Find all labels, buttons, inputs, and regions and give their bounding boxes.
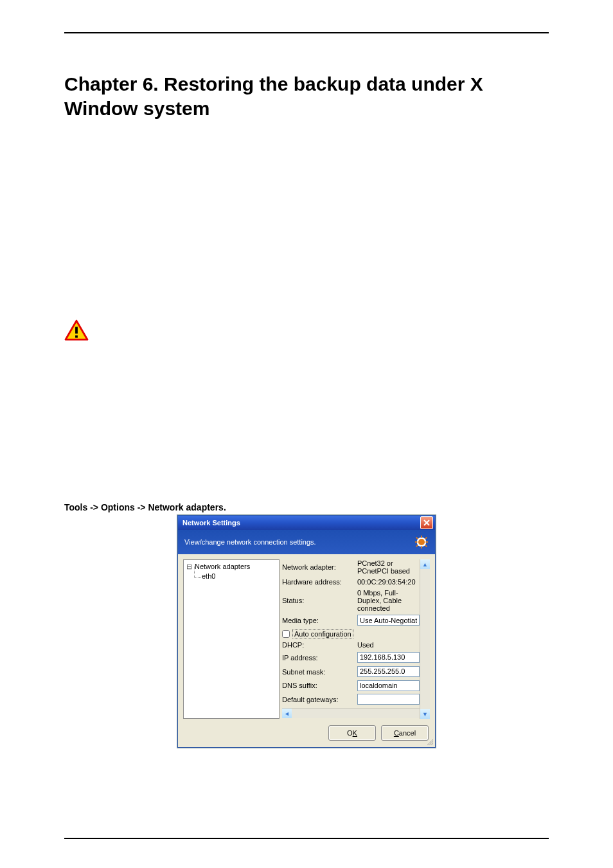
ok-label-pre: O: [347, 729, 353, 737]
hw-label: Hardware address:: [282, 578, 356, 586]
chapter-heading: Chapter 6. Restoring the backup data und…: [64, 72, 549, 120]
mask-field[interactable]: [357, 666, 420, 677]
auto-config-checkbox[interactable]: [282, 630, 290, 638]
svg-rect-6: [415, 541, 418, 543]
svg-rect-0: [75, 327, 78, 333]
warning-icon: [64, 320, 89, 341]
scroll-up-icon[interactable]: ▲: [420, 559, 430, 569]
dhcp-value: Used: [357, 641, 420, 649]
svg-rect-10: [425, 537, 427, 539]
dialog-subtitle-band: View/change network connection settings.: [178, 530, 435, 554]
media-label: Media type:: [282, 617, 356, 624]
svg-rect-9: [425, 545, 427, 547]
adapter-tree[interactable]: Network adapters eth0: [183, 559, 280, 719]
svg-rect-1: [75, 336, 78, 338]
cancel-label-post: ancel: [399, 729, 416, 737]
vertical-scrollbar[interactable]: ▲ ▼: [420, 559, 430, 719]
dialog-subtitle: View/change network connection settings.: [184, 538, 316, 546]
auto-config-label: Auto configuration: [292, 629, 353, 638]
status-value: 0 Mbps, Full-Duplex, Cable connected: [357, 589, 420, 612]
adapter-value: PCnet32 or PCnetPCI based: [357, 559, 420, 575]
close-icon[interactable]: [420, 516, 433, 529]
ok-button[interactable]: OK: [328, 725, 376, 741]
gw-label: Default gateways:: [282, 696, 356, 703]
gear-icon: [414, 535, 429, 549]
ok-label-u: K: [353, 729, 357, 737]
svg-rect-8: [416, 537, 418, 539]
horizontal-scrollbar[interactable]: ◄ ►: [282, 708, 430, 718]
svg-rect-4: [421, 536, 422, 538]
svg-point-3: [418, 539, 425, 545]
svg-rect-7: [425, 541, 428, 543]
media-type-field[interactable]: [357, 615, 420, 626]
dns-label: DNS suffix:: [282, 682, 356, 689]
menu-path-text: Tools -> Options -> Network adapters.: [64, 502, 549, 512]
properties-pane: Network adapter: PCnet32 or PCnetPCI bas…: [282, 559, 430, 719]
tree-child-eth0[interactable]: eth0: [202, 572, 279, 580]
network-settings-dialog: Network Settings View/change network con…: [177, 515, 436, 748]
dhcp-label: DHCP:: [282, 641, 356, 649]
dialog-title: Network Settings: [182, 519, 240, 527]
top-rule: [64, 32, 549, 33]
bottom-rule: [64, 838, 549, 839]
resize-grip-icon[interactable]: [427, 739, 433, 745]
status-label: Status:: [282, 597, 356, 604]
dns-field[interactable]: [357, 680, 420, 691]
ip-label: IP address:: [282, 654, 356, 662]
svg-rect-5: [421, 546, 422, 548]
hw-value: 00:0C:29:03:54:20: [357, 578, 420, 586]
ip-field[interactable]: [357, 652, 420, 663]
cancel-button[interactable]: Cancel: [381, 725, 429, 741]
scroll-down-icon[interactable]: ▼: [420, 709, 430, 719]
adapter-label: Network adapter:: [282, 563, 356, 571]
svg-rect-11: [416, 545, 418, 547]
auto-config-row[interactable]: Auto configuration: [282, 629, 420, 638]
cancel-label-u: C: [394, 729, 399, 737]
scroll-left-icon[interactable]: ◄: [282, 709, 292, 718]
titlebar[interactable]: Network Settings: [178, 516, 435, 530]
gw-field[interactable]: [357, 694, 420, 705]
mask-label: Subnet mask:: [282, 668, 356, 676]
